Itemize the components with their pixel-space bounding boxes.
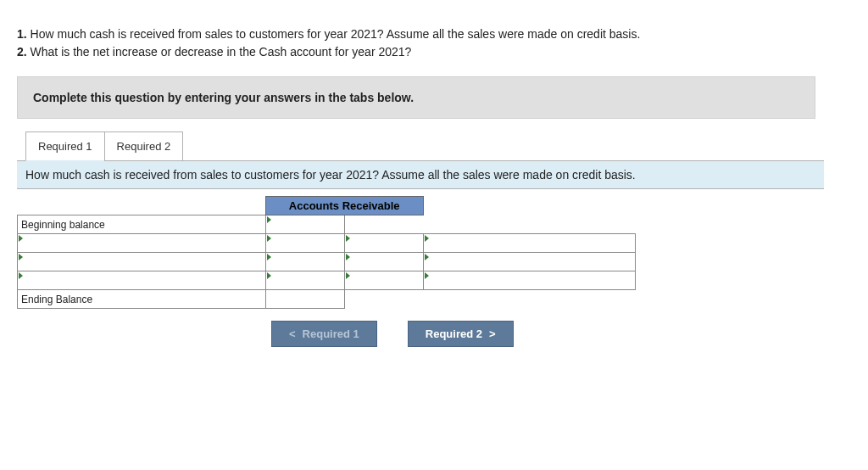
dropdown-arrow-icon [267, 254, 271, 260]
nav-buttons: < Required 1 Required 2 > [271, 321, 851, 347]
credit-label-2[interactable] [423, 253, 635, 271]
tabs-row: Required 1 Required 2 [25, 131, 851, 160]
dropdown-arrow-icon [267, 216, 271, 223]
chevron-left-icon: < [289, 327, 296, 340]
debit-label-3[interactable] [18, 271, 266, 290]
dropdown-arrow-icon [267, 235, 271, 242]
t-account-title: Accounts Receivable [265, 197, 423, 215]
end-debit-cell[interactable] [265, 290, 344, 309]
beginning-balance-text: Beginning balance [21, 219, 105, 231]
beg-debit-cell[interactable] [265, 215, 344, 234]
dropdown-arrow-icon [425, 272, 429, 279]
debit-amt-1[interactable] [265, 234, 344, 253]
beginning-balance-label[interactable]: Beginning balance [18, 215, 266, 234]
dropdown-arrow-icon [346, 254, 350, 260]
credit-amt-1[interactable] [344, 234, 423, 253]
tab-required-1[interactable]: Required 1 [25, 131, 105, 161]
dropdown-arrow-icon [19, 254, 23, 260]
credit-amt-2[interactable] [344, 253, 423, 271]
ending-balance-label[interactable]: Ending Balance [18, 290, 266, 309]
dropdown-arrow-icon [425, 254, 429, 260]
tab-2-label: Required 2 [117, 140, 171, 153]
debit-amt-2[interactable] [265, 253, 344, 271]
dropdown-arrow-icon [19, 235, 23, 242]
q1-number: 1. [17, 27, 27, 41]
t-account-table: Accounts Receivable Beginning balance [17, 196, 636, 309]
credit-label-1[interactable] [423, 234, 635, 253]
prev-button-label: Required 1 [303, 327, 359, 340]
debit-amt-3[interactable] [265, 271, 344, 290]
dropdown-arrow-icon [346, 272, 350, 279]
ending-balance-text: Ending Balance [21, 294, 92, 305]
prompt-text: How much cash is received from sales to … [25, 168, 636, 182]
q2-number: 2. [17, 45, 27, 59]
prev-button: < Required 1 [271, 321, 377, 347]
dropdown-arrow-icon [425, 235, 429, 242]
q1-text: How much cash is received from sales to … [31, 27, 641, 41]
debit-label-2[interactable] [18, 253, 266, 271]
tab-required-2[interactable]: Required 2 [104, 131, 184, 161]
dropdown-arrow-icon [19, 272, 23, 279]
instruction-bar: Complete this question by entering your … [17, 76, 815, 119]
chevron-right-icon: > [489, 327, 496, 340]
dropdown-arrow-icon [267, 272, 271, 279]
credit-amt-3[interactable] [344, 271, 423, 290]
dropdown-arrow-icon [346, 235, 350, 242]
q2-text: What is the net increase or decrease in … [31, 45, 412, 59]
next-button[interactable]: Required 2 > [408, 321, 514, 347]
prompt-bar: How much cash is received from sales to … [17, 160, 824, 189]
t-account-wrap: Accounts Receivable Beginning balance [17, 196, 636, 309]
debit-label-1[interactable] [18, 234, 266, 253]
tab-1-label: Required 1 [38, 140, 92, 153]
next-button-label: Required 2 [426, 327, 482, 340]
instruction-text: Complete this question by entering your … [33, 91, 414, 104]
question-list: 1. How much cash is received from sales … [17, 25, 851, 61]
credit-label-3[interactable] [423, 271, 635, 290]
